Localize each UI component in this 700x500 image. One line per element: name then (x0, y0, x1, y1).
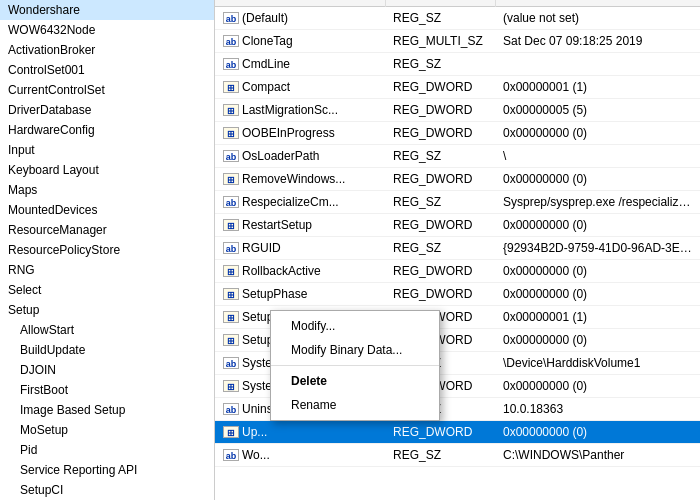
table-row[interactable]: ⊞Up...REG_DWORD0x00000000 (0) (215, 421, 700, 444)
reg-type-icon: ⊞ (223, 380, 239, 392)
reg-type-icon: ab (223, 196, 239, 208)
tree-item[interactable]: BuildUpdate (0, 340, 214, 360)
context-menu-item[interactable]: Rename (271, 393, 439, 417)
cell-data: {92934B2D-9759-41D0-96AD-3EDC4C410146} (495, 237, 700, 260)
context-menu-item[interactable]: Modify... (271, 314, 439, 338)
tree-item[interactable]: Keyboard Layout (0, 160, 214, 180)
reg-name: OsLoaderPath (242, 147, 319, 165)
cell-data: 10.0.18363 (495, 398, 700, 421)
cell-data: 0x00000000 (0) (495, 122, 700, 145)
cell-type: REG_SZ (385, 444, 495, 467)
tree-item[interactable]: RNG (0, 260, 214, 280)
table-row[interactable]: ⊞LastMigrationSc...REG_DWORD0x00000005 (… (215, 99, 700, 122)
reg-type-icon: ab (223, 242, 239, 254)
cell-type: REG_DWORD (385, 214, 495, 237)
reg-type-icon: ⊞ (223, 127, 239, 139)
table-row[interactable]: ⊞RestartSetupREG_DWORD0x00000000 (0) (215, 214, 700, 237)
cell-data: 0x00000000 (0) (495, 421, 700, 444)
cell-data: 0x00000000 (0) (495, 168, 700, 191)
reg-type-icon: ab (223, 357, 239, 369)
reg-type-icon: ⊞ (223, 81, 239, 93)
cell-name: ⊞SetupPhase (215, 283, 385, 306)
cell-data: 0x00000000 (0) (495, 329, 700, 352)
tree-item[interactable]: ResourceManager (0, 220, 214, 240)
table-row[interactable]: ab(Default)REG_SZ(value not set) (215, 7, 700, 30)
cell-name: abCmdLine (215, 53, 385, 76)
cell-type: REG_DWORD (385, 168, 495, 191)
cell-data: \Device\HarddiskVolume1 (495, 352, 700, 375)
tree-item[interactable]: DriverDatabase (0, 100, 214, 120)
tree-item[interactable]: SetupCI (0, 480, 214, 500)
reg-type-icon: ab (223, 150, 239, 162)
reg-type-icon: ⊞ (223, 334, 239, 346)
cell-name: ⊞OOBEInProgress (215, 122, 385, 145)
tree-item[interactable]: Wondershare (0, 0, 214, 20)
tree-item[interactable]: MoSetup (0, 420, 214, 440)
tree-item[interactable]: CurrentControlSet (0, 80, 214, 100)
tree-item[interactable]: ActivationBroker (0, 40, 214, 60)
table-row[interactable]: ⊞RemoveWindows...REG_DWORD0x00000000 (0) (215, 168, 700, 191)
cell-data: C:\WINDOWS\Panther (495, 444, 700, 467)
cell-data: 0x00000001 (1) (495, 306, 700, 329)
context-menu-item[interactable]: Modify Binary Data... (271, 338, 439, 362)
cell-data: 0x00000001 (1) (495, 76, 700, 99)
reg-type-icon: ⊞ (223, 219, 239, 231)
cell-type: REG_DWORD (385, 99, 495, 122)
cell-name: abRespecializeCm... (215, 191, 385, 214)
cell-type: REG_DWORD (385, 76, 495, 99)
table-row[interactable]: ⊞CompactREG_DWORD0x00000001 (1) (215, 76, 700, 99)
reg-type-icon: ab (223, 449, 239, 461)
cell-name: ⊞RollbackActive (215, 260, 385, 283)
cell-name: ⊞Up... (215, 421, 385, 444)
reg-type-icon: ⊞ (223, 311, 239, 323)
cell-type: REG_DWORD (385, 421, 495, 444)
tree-item[interactable]: Service Reporting API (0, 460, 214, 480)
tree-item[interactable]: Input (0, 140, 214, 160)
table-row[interactable]: abOsLoaderPathREG_SZ\ (215, 145, 700, 168)
table-row[interactable]: abCmdLineREG_SZ (215, 53, 700, 76)
cell-type: REG_SZ (385, 191, 495, 214)
reg-name: (Default) (242, 9, 288, 27)
context-menu-item[interactable]: Delete (271, 369, 439, 393)
tree-item[interactable]: Select (0, 280, 214, 300)
cell-name: ⊞Compact (215, 76, 385, 99)
cell-name: ⊞RemoveWindows... (215, 168, 385, 191)
table-row[interactable]: ⊞SetupPhaseREG_DWORD0x00000000 (0) (215, 283, 700, 306)
table-row[interactable]: abRespecializeCm...REG_SZSysprep/sysprep… (215, 191, 700, 214)
tree-item[interactable]: FirstBoot (0, 380, 214, 400)
tree-item[interactable]: HardwareConfig (0, 120, 214, 140)
tree-item[interactable]: MountedDevices (0, 200, 214, 220)
cell-name: abWo... (215, 444, 385, 467)
table-row[interactable]: ⊞RollbackActiveREG_DWORD0x00000000 (0) (215, 260, 700, 283)
table-row[interactable]: abRGUIDREG_SZ{92934B2D-9759-41D0-96AD-3E… (215, 237, 700, 260)
menu-separator (271, 365, 439, 366)
reg-type-icon: ⊞ (223, 426, 239, 438)
reg-name: Compact (242, 78, 290, 96)
tree-item[interactable]: Image Based Setup (0, 400, 214, 420)
tree-item[interactable]: AllowStart (0, 320, 214, 340)
table-row[interactable]: abCloneTagREG_MULTI_SZSat Dec 07 09:18:2… (215, 30, 700, 53)
cell-data (495, 53, 700, 76)
reg-type-icon: ⊞ (223, 288, 239, 300)
tree-item[interactable]: Pid (0, 440, 214, 460)
tree-item[interactable]: WOW6432Node (0, 20, 214, 40)
reg-name: OOBEInProgress (242, 124, 335, 142)
tree-item[interactable]: ControlSet001 (0, 60, 214, 80)
cell-type: REG_SZ (385, 237, 495, 260)
reg-type-icon: ab (223, 403, 239, 415)
reg-name: CmdLine (242, 55, 290, 73)
reg-name: RespecializeCm... (242, 193, 339, 211)
reg-type-icon: ab (223, 12, 239, 24)
table-row[interactable]: ⊞OOBEInProgressREG_DWORD0x00000000 (0) (215, 122, 700, 145)
tree-item[interactable]: Maps (0, 180, 214, 200)
registry-tree[interactable]: WondershareWOW6432NodeActivationBrokerCo… (0, 0, 215, 500)
cell-name: ⊞RestartSetup (215, 214, 385, 237)
reg-name: Up... (242, 423, 267, 441)
tree-item[interactable]: DJOIN (0, 360, 214, 380)
tree-item[interactable]: ResourcePolicyStore (0, 240, 214, 260)
cell-data: 0x00000005 (5) (495, 99, 700, 122)
cell-type: REG_DWORD (385, 283, 495, 306)
tree-item[interactable]: Setup (0, 300, 214, 320)
table-row[interactable]: abWo...REG_SZC:\WINDOWS\Panther (215, 444, 700, 467)
cell-data: Sat Dec 07 09:18:25 2019 (495, 30, 700, 53)
